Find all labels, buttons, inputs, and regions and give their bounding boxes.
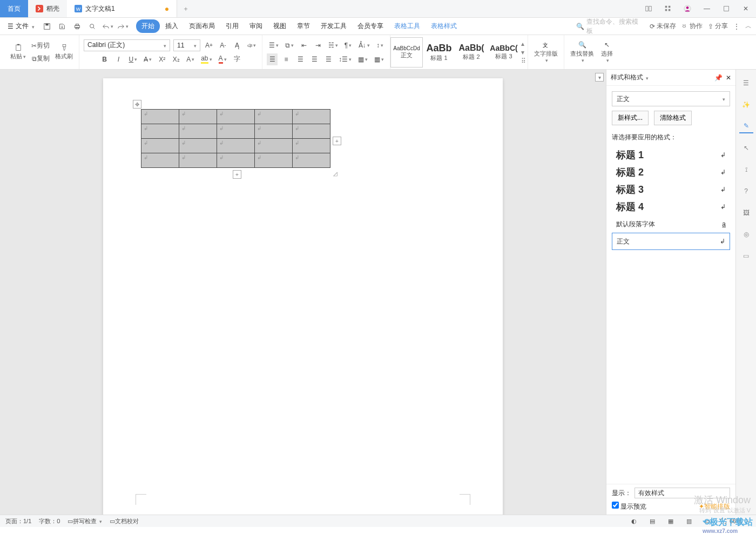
unsaved-link[interactable]: ⟳未保存 [650, 22, 676, 31]
menu-chapter[interactable]: 章节 [292, 19, 315, 33]
table-add-row-button[interactable]: + [233, 170, 241, 179]
status-page[interactable]: 页面：1/1 [5, 517, 31, 525]
preview-checkbox[interactable]: 显示预览 [612, 502, 646, 511]
sort-button[interactable]: ☵ [327, 39, 340, 51]
font-name-select[interactable]: Calibri (正文) [84, 39, 170, 51]
window-minimize-button[interactable]: — [700, 2, 714, 16]
undo-button[interactable] [102, 21, 113, 32]
view-print-button[interactable]: ▤ [647, 515, 658, 527]
decrease-font-button[interactable]: A- [218, 39, 228, 51]
style-h1[interactable]: AaBb标题 1 [423, 37, 455, 67]
status-words[interactable]: 字数：0 [39, 517, 60, 525]
sidebar-hamburger-icon[interactable]: ☰ [739, 76, 753, 90]
document-canvas[interactable]: ▾ ✥ ↲↲↲↲↲ ↲↲↲↲↲ ↲↲↲↲↲ ↲↲↲↲↲ + + ◿ [0, 70, 606, 515]
sidebar-cursor-icon[interactable]: ↖ [739, 141, 753, 155]
sidebar-image-icon[interactable]: 🖼 [739, 206, 753, 220]
apps-grid-icon[interactable] [661, 2, 675, 16]
view-outline-button[interactable]: ▥ [684, 515, 694, 527]
menu-view[interactable]: 视图 [268, 19, 292, 33]
menu-dev[interactable]: 开发工具 [315, 19, 352, 33]
borders-button[interactable]: ▦ [373, 53, 386, 65]
tab-daoqiao[interactable]: 稻壳 [28, 0, 67, 17]
highlight-button[interactable]: ab [199, 53, 213, 65]
align-justify-button[interactable]: ☰ [309, 53, 320, 65]
style-list-item-h1[interactable]: 标题 1↲ [612, 146, 730, 164]
subscript-button[interactable]: X₂ [171, 53, 181, 65]
line-spacing-button[interactable]: ↕☰ [337, 53, 353, 65]
para-spacing-button[interactable]: ↕ [375, 39, 386, 51]
tab-home[interactable]: 首页 [0, 0, 28, 17]
style-list-item-h2[interactable]: 标题 2↲ [612, 164, 730, 181]
italic-button[interactable]: I [113, 53, 124, 65]
window-layout-icon[interactable] [642, 2, 656, 16]
phonetic-button[interactable]: 字 [232, 53, 242, 65]
shading-button[interactable]: ▦ [356, 53, 369, 65]
sidebar-magic-icon[interactable]: ✨ [739, 98, 753, 112]
strike-button[interactable]: A̶ [142, 53, 153, 65]
increase-font-button[interactable]: A+ [204, 39, 214, 51]
menu-ref[interactable]: 引用 [220, 19, 244, 33]
styles-gallery[interactable]: AaBbCcDd正文 AaBb标题 1 AaBb(标题 2 AaBbC(标题 3… [390, 35, 528, 69]
paste-button[interactable]: 粘贴 [9, 40, 28, 64]
ruler-collapse-button[interactable]: ▾ [595, 73, 604, 82]
file-menu[interactable]: ☰ 文件 [4, 22, 38, 31]
status-spell[interactable]: ▭拼写检查 [68, 517, 102, 525]
style-h2[interactable]: AaBb(标题 2 [455, 37, 488, 67]
find-replace-button[interactable]: 🔍 查找替换 [569, 40, 596, 64]
cut-button[interactable]: ✂剪切 [30, 40, 51, 52]
style-list-normal[interactable]: 正文↲ [612, 233, 730, 250]
menu-member[interactable]: 会员专享 [352, 19, 389, 33]
user-avatar-icon[interactable] [680, 2, 694, 16]
table-move-handle[interactable]: ✥ [133, 100, 141, 109]
sidebar-target-icon[interactable]: ◎ [739, 227, 753, 241]
menu-tablestyle[interactable]: 表格样式 [426, 19, 462, 33]
panel-close-button[interactable]: ✕ [726, 74, 731, 82]
tab-document[interactable]: W 文字文稿1 ● [67, 0, 177, 17]
sidebar-book-icon[interactable]: ▭ [739, 249, 753, 263]
print-preview-button[interactable] [86, 21, 98, 32]
view-focus-button[interactable]: ◐ [629, 515, 639, 527]
view-web-button[interactable]: ▦ [665, 515, 676, 527]
style-normal[interactable]: AaBbCcDd正文 [390, 37, 423, 67]
change-case-button[interactable]: ঞ [246, 39, 258, 51]
superscript-button[interactable]: X² [157, 53, 167, 65]
align-center-button[interactable]: ≡ [281, 53, 292, 65]
menu-start[interactable]: 开始 [136, 19, 160, 33]
command-search-input[interactable]: 🔍 查找命令、搜索模板 [574, 16, 644, 37]
indent-dec-button[interactable]: ⇤ [299, 39, 309, 51]
panel-title[interactable]: 样式和格式 [611, 73, 649, 82]
copy-button[interactable]: ⧉复制 [30, 53, 51, 65]
underline-button[interactable]: U [127, 53, 139, 65]
align-distribute-button[interactable]: ☰ [323, 53, 334, 65]
more-menu[interactable]: ⋮ [733, 23, 740, 30]
styles-more-button[interactable]: ▴▾⠿ [520, 40, 528, 65]
clear-format-panel-button[interactable]: 清除格式 [654, 111, 692, 125]
status-proof[interactable]: ▭文档校对 [110, 517, 139, 525]
sidebar-pen-icon[interactable]: ✎ [739, 119, 753, 133]
text-effect-button[interactable]: A [185, 53, 196, 65]
menu-insert[interactable]: 插入 [160, 19, 184, 33]
menu-review[interactable]: 审阅 [244, 19, 268, 33]
collapse-ribbon-button[interactable]: ︿ [745, 22, 752, 31]
font-color-button[interactable]: A [217, 53, 228, 65]
print-button[interactable] [71, 21, 83, 32]
tab-add-button[interactable]: ＋ [177, 0, 194, 17]
clear-format-button[interactable]: Ą [232, 39, 242, 51]
table-add-col-button[interactable]: + [333, 137, 341, 145]
numbering-button[interactable]: ⧉ [284, 39, 295, 51]
style-h3[interactable]: AaBbC(标题 3 [488, 37, 520, 67]
window-maximize-button[interactable] [719, 2, 733, 16]
menu-layout[interactable]: 页面布局 [184, 19, 220, 33]
font-size-select[interactable]: 11 [173, 39, 200, 51]
share-link[interactable]: ⇪分享 [708, 22, 728, 31]
para-marks-button[interactable]: ¶ [343, 39, 354, 51]
current-style-select[interactable]: 正文 [612, 91, 730, 106]
document-table[interactable]: ↲↲↲↲↲ ↲↲↲↲↲ ↲↲↲↲↲ ↲↲↲↲↲ [141, 109, 330, 168]
style-list-item-h3[interactable]: 标题 3↲ [612, 181, 730, 198]
text-direction-button[interactable]: Ả↓ [357, 39, 372, 51]
table-resize-handle[interactable]: ◿ [331, 169, 340, 178]
align-left-button[interactable]: ☰ [267, 53, 278, 65]
text-typeset-button[interactable]: 文 文字排版 [532, 40, 559, 64]
save-button[interactable] [41, 21, 53, 32]
panel-pin-button[interactable]: 📌 [714, 74, 723, 82]
